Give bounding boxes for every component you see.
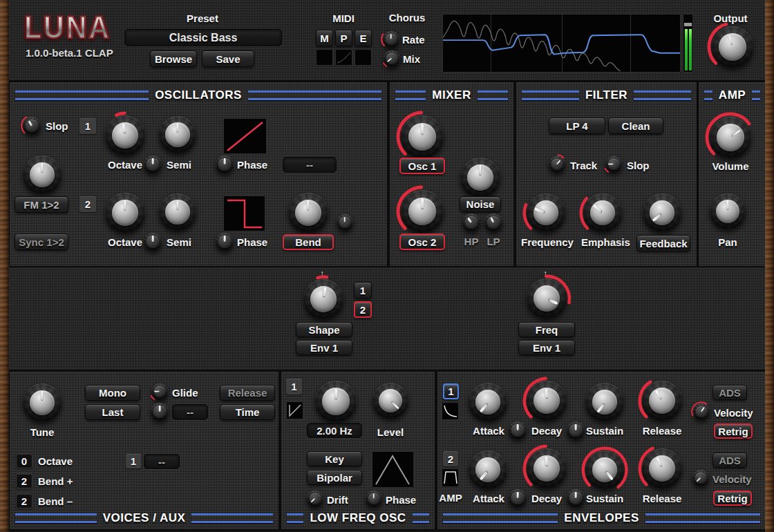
tune-knob[interactable] [23, 383, 62, 422]
mixer-noise-level-knob[interactable] [460, 158, 500, 198]
shape-mod-dest-button[interactable]: Shape [296, 322, 352, 337]
lfo-shape-icon-box[interactable] [286, 401, 303, 419]
osc-slop-knob[interactable] [23, 117, 41, 135]
glide-mod-select[interactable]: -- [172, 404, 208, 420]
filter-type-button[interactable]: LP 4 [549, 117, 605, 134]
shape-mod-tab-1[interactable]: 1 [354, 282, 372, 298]
amp-pan-knob[interactable] [710, 193, 746, 229]
save-button[interactable]: Save [202, 50, 254, 67]
lfo-level-knob[interactable] [372, 383, 408, 419]
mixer-osc2-level-knob[interactable] [401, 190, 444, 233]
osc1-wave-display[interactable] [223, 118, 267, 154]
output-knob[interactable] [712, 26, 753, 68]
env2-velocity-knob[interactable] [692, 470, 709, 486]
filter-mode-button[interactable]: Clean [608, 117, 663, 134]
aux-mod-select[interactable]: -- [144, 454, 180, 469]
env2-ads-button[interactable]: ADS [712, 453, 747, 468]
env2-attack-mod-knob[interactable] [509, 489, 527, 507]
tune-label: Tune [21, 426, 63, 438]
mixer-osc1-level-knob[interactable] [401, 115, 444, 158]
osc1-number-badge: 1 [79, 118, 96, 134]
mixer-noise-button[interactable]: Noise [460, 196, 501, 212]
lfo-number-tab[interactable]: 1 [286, 379, 302, 395]
lfo-phase-knob[interactable] [366, 491, 382, 507]
spectrum-trace [443, 21, 621, 71]
glide-release-button[interactable]: Release [220, 385, 275, 401]
osc2-octave-knob[interactable] [105, 193, 145, 233]
note-priority-button[interactable]: Last [85, 404, 140, 420]
env2-tab[interactable]: 2 [443, 451, 458, 466]
freq-mod-dest-button[interactable]: Freq [518, 322, 575, 337]
env1-sustain-knob[interactable] [585, 383, 624, 421]
noise-hp-knob[interactable] [462, 213, 480, 231]
filter-frequency-knob[interactable] [527, 193, 565, 232]
bend-down-value-badge[interactable]: 2 [16, 493, 32, 509]
browse-button[interactable]: Browse [150, 50, 197, 67]
lfo-key-button[interactable]: Key [307, 451, 362, 466]
knob-body [469, 450, 507, 489]
freq-mod-knob[interactable] [527, 278, 567, 319]
env2-attack-knob[interactable] [469, 450, 507, 489]
osc1-mod-select[interactable]: -- [283, 157, 337, 173]
env2-sustain-knob[interactable] [585, 450, 624, 489]
lfo-rate-knob[interactable] [315, 381, 357, 422]
octave-value-badge[interactable]: 0 [16, 453, 32, 468]
env2-retrig-button[interactable]: Retrig [713, 491, 752, 506]
midi-mono-button[interactable]: M [316, 30, 333, 46]
midi-expr-button[interactable]: E [355, 30, 372, 46]
bend-knob[interactable] [288, 193, 328, 233]
env2-release-knob[interactable] [642, 448, 682, 488]
amp-volume-knob[interactable] [710, 117, 751, 158]
bend-aux-knob[interactable] [337, 214, 353, 231]
env1-decay-mod-knob[interactable] [567, 421, 585, 439]
env2-decay-knob[interactable] [527, 448, 567, 488]
chorus-rate-knob[interactable] [383, 31, 399, 48]
env1-attack-knob[interactable] [469, 383, 507, 421]
osc2-semi-knob[interactable] [159, 193, 196, 231]
bend-up-value-badge[interactable]: 2 [16, 473, 32, 488]
osc1-fine-knob[interactable] [144, 155, 162, 173]
env1-retrig-button[interactable]: Retrig [714, 424, 753, 439]
osc1-semi-label: Semi [162, 159, 196, 171]
noise-lp-knob[interactable] [484, 213, 502, 231]
env1-attack-mod-knob[interactable] [509, 421, 527, 439]
filter-feedback-button[interactable]: Feedback [636, 235, 690, 251]
filter-track-knob[interactable] [549, 156, 565, 173]
filter-slop-knob[interactable] [605, 156, 622, 173]
lfo-wave-display[interactable] [372, 451, 414, 488]
bend-mode-button[interactable]: Bend [283, 234, 334, 250]
env2-decay-mod-knob[interactable] [567, 489, 585, 507]
osc1-octave-knob[interactable] [105, 115, 145, 155]
shape-mod-knob[interactable] [303, 279, 343, 319]
shape-mod-tab-2[interactable]: 2 [354, 301, 372, 318]
osc2-fine-knob[interactable] [144, 233, 162, 251]
osc1-phase-knob[interactable] [216, 155, 234, 173]
mixer-osc1-button[interactable]: Osc 1 [399, 158, 445, 174]
sync-routing-button[interactable]: Sync 1>2 [15, 234, 68, 250]
env1-release-knob[interactable] [642, 381, 682, 421]
filter-feedback-knob[interactable] [643, 193, 681, 232]
shape-mod-source-button[interactable]: Env 1 [296, 340, 352, 355]
midi-poly-button[interactable]: P [335, 30, 352, 46]
osc2-wave-display[interactable] [223, 196, 265, 231]
preset-display[interactable]: Classic Bass [124, 29, 282, 46]
voice-mode-button[interactable]: Mono [85, 385, 140, 401]
glide-fine-knob[interactable] [151, 403, 169, 421]
glide-time-button[interactable]: Time [220, 404, 275, 420]
osc2-phase-knob[interactable] [216, 233, 234, 251]
fm-routing-button[interactable]: FM 1>2 [15, 196, 68, 213]
lfo-rate-display[interactable]: 2.00 Hz [307, 423, 362, 438]
mixer-osc2-button[interactable]: Osc 2 [399, 234, 445, 250]
env1-ads-button[interactable]: ADS [712, 385, 747, 400]
env1-tab[interactable]: 1 [443, 383, 459, 399]
env1-velocity-knob[interactable] [693, 403, 710, 420]
freq-mod-source-button[interactable]: Env 1 [518, 340, 575, 355]
osc1-semi-knob[interactable] [159, 116, 196, 153]
fm-amount-knob[interactable] [23, 155, 62, 194]
filter-emphasis-knob[interactable] [583, 193, 622, 232]
lfo-bipolar-button[interactable]: Bipolar [307, 470, 362, 485]
chorus-mix-knob[interactable] [384, 50, 400, 67]
lfo-drift-knob[interactable] [307, 491, 323, 507]
env1-decay-knob[interactable] [527, 381, 567, 421]
glide-knob[interactable] [151, 383, 168, 400]
